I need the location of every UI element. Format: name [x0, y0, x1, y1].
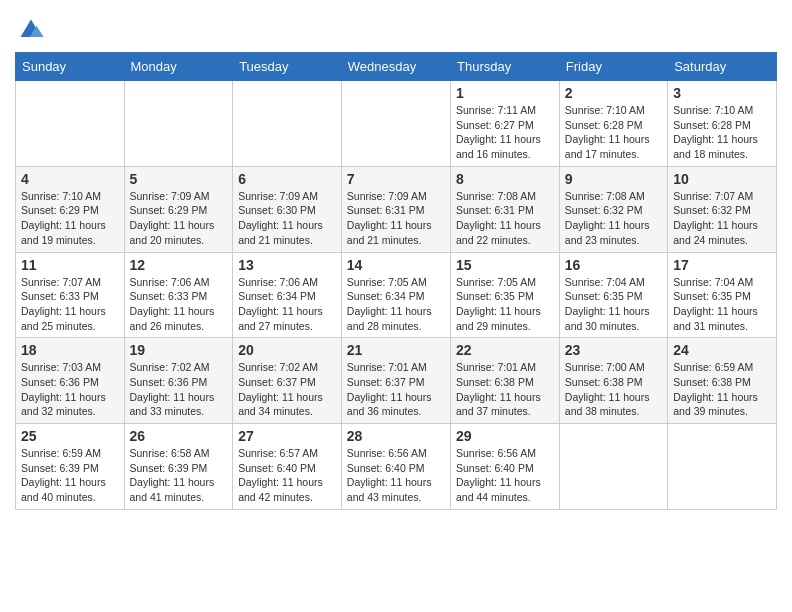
weekday-header-sunday: Sunday	[16, 53, 125, 81]
day-number: 14	[347, 257, 445, 273]
calendar-cell: 7Sunrise: 7:09 AMSunset: 6:31 PMDaylight…	[341, 166, 450, 252]
day-number: 28	[347, 428, 445, 444]
weekday-header-saturday: Saturday	[668, 53, 777, 81]
day-number: 16	[565, 257, 662, 273]
calendar-cell: 24Sunrise: 6:59 AMSunset: 6:38 PMDayligh…	[668, 338, 777, 424]
day-info: Sunrise: 7:04 AMSunset: 6:35 PMDaylight:…	[673, 275, 771, 334]
day-number: 22	[456, 342, 554, 358]
day-number: 4	[21, 171, 119, 187]
day-number: 11	[21, 257, 119, 273]
day-info: Sunrise: 7:09 AMSunset: 6:29 PMDaylight:…	[130, 189, 228, 248]
day-number: 3	[673, 85, 771, 101]
day-number: 1	[456, 85, 554, 101]
calendar-cell: 21Sunrise: 7:01 AMSunset: 6:37 PMDayligh…	[341, 338, 450, 424]
day-number: 25	[21, 428, 119, 444]
calendar-cell: 19Sunrise: 7:02 AMSunset: 6:36 PMDayligh…	[124, 338, 233, 424]
calendar-cell: 6Sunrise: 7:09 AMSunset: 6:30 PMDaylight…	[233, 166, 342, 252]
calendar-week-5: 25Sunrise: 6:59 AMSunset: 6:39 PMDayligh…	[16, 424, 777, 510]
day-info: Sunrise: 7:09 AMSunset: 6:30 PMDaylight:…	[238, 189, 336, 248]
calendar-cell	[124, 81, 233, 167]
day-info: Sunrise: 6:56 AMSunset: 6:40 PMDaylight:…	[456, 446, 554, 505]
day-info: Sunrise: 7:01 AMSunset: 6:38 PMDaylight:…	[456, 360, 554, 419]
calendar-cell: 29Sunrise: 6:56 AMSunset: 6:40 PMDayligh…	[451, 424, 560, 510]
day-number: 15	[456, 257, 554, 273]
calendar-cell: 3Sunrise: 7:10 AMSunset: 6:28 PMDaylight…	[668, 81, 777, 167]
day-number: 10	[673, 171, 771, 187]
day-number: 9	[565, 171, 662, 187]
calendar-cell: 11Sunrise: 7:07 AMSunset: 6:33 PMDayligh…	[16, 252, 125, 338]
day-number: 8	[456, 171, 554, 187]
day-info: Sunrise: 7:09 AMSunset: 6:31 PMDaylight:…	[347, 189, 445, 248]
calendar-week-4: 18Sunrise: 7:03 AMSunset: 6:36 PMDayligh…	[16, 338, 777, 424]
calendar-cell: 25Sunrise: 6:59 AMSunset: 6:39 PMDayligh…	[16, 424, 125, 510]
day-info: Sunrise: 7:03 AMSunset: 6:36 PMDaylight:…	[21, 360, 119, 419]
calendar-cell: 12Sunrise: 7:06 AMSunset: 6:33 PMDayligh…	[124, 252, 233, 338]
logo-icon	[17, 16, 45, 44]
calendar-cell: 22Sunrise: 7:01 AMSunset: 6:38 PMDayligh…	[451, 338, 560, 424]
calendar-week-3: 11Sunrise: 7:07 AMSunset: 6:33 PMDayligh…	[16, 252, 777, 338]
weekday-header-wednesday: Wednesday	[341, 53, 450, 81]
day-info: Sunrise: 7:05 AMSunset: 6:35 PMDaylight:…	[456, 275, 554, 334]
day-number: 23	[565, 342, 662, 358]
logo	[15, 16, 45, 44]
calendar-cell: 20Sunrise: 7:02 AMSunset: 6:37 PMDayligh…	[233, 338, 342, 424]
calendar-cell: 5Sunrise: 7:09 AMSunset: 6:29 PMDaylight…	[124, 166, 233, 252]
day-number: 18	[21, 342, 119, 358]
day-info: Sunrise: 7:02 AMSunset: 6:37 PMDaylight:…	[238, 360, 336, 419]
calendar-cell: 1Sunrise: 7:11 AMSunset: 6:27 PMDaylight…	[451, 81, 560, 167]
day-info: Sunrise: 7:02 AMSunset: 6:36 PMDaylight:…	[130, 360, 228, 419]
calendar-table: SundayMondayTuesdayWednesdayThursdayFrid…	[15, 52, 777, 510]
day-info: Sunrise: 7:01 AMSunset: 6:37 PMDaylight:…	[347, 360, 445, 419]
day-info: Sunrise: 7:06 AMSunset: 6:34 PMDaylight:…	[238, 275, 336, 334]
calendar-week-1: 1Sunrise: 7:11 AMSunset: 6:27 PMDaylight…	[16, 81, 777, 167]
calendar-cell	[668, 424, 777, 510]
day-number: 20	[238, 342, 336, 358]
day-info: Sunrise: 7:08 AMSunset: 6:31 PMDaylight:…	[456, 189, 554, 248]
calendar-cell	[16, 81, 125, 167]
day-info: Sunrise: 7:05 AMSunset: 6:34 PMDaylight:…	[347, 275, 445, 334]
calendar-cell	[233, 81, 342, 167]
calendar-cell: 8Sunrise: 7:08 AMSunset: 6:31 PMDaylight…	[451, 166, 560, 252]
page-header	[15, 10, 777, 44]
day-number: 26	[130, 428, 228, 444]
weekday-header-friday: Friday	[559, 53, 667, 81]
calendar-cell: 13Sunrise: 7:06 AMSunset: 6:34 PMDayligh…	[233, 252, 342, 338]
calendar-cell: 2Sunrise: 7:10 AMSunset: 6:28 PMDaylight…	[559, 81, 667, 167]
calendar-cell: 23Sunrise: 7:00 AMSunset: 6:38 PMDayligh…	[559, 338, 667, 424]
day-number: 2	[565, 85, 662, 101]
day-number: 17	[673, 257, 771, 273]
weekday-header-monday: Monday	[124, 53, 233, 81]
day-number: 24	[673, 342, 771, 358]
day-number: 29	[456, 428, 554, 444]
calendar-cell: 9Sunrise: 7:08 AMSunset: 6:32 PMDaylight…	[559, 166, 667, 252]
calendar-cell: 10Sunrise: 7:07 AMSunset: 6:32 PMDayligh…	[668, 166, 777, 252]
day-info: Sunrise: 7:00 AMSunset: 6:38 PMDaylight:…	[565, 360, 662, 419]
calendar-cell: 27Sunrise: 6:57 AMSunset: 6:40 PMDayligh…	[233, 424, 342, 510]
day-number: 13	[238, 257, 336, 273]
calendar-week-2: 4Sunrise: 7:10 AMSunset: 6:29 PMDaylight…	[16, 166, 777, 252]
calendar-cell	[341, 81, 450, 167]
calendar-cell: 15Sunrise: 7:05 AMSunset: 6:35 PMDayligh…	[451, 252, 560, 338]
day-info: Sunrise: 7:10 AMSunset: 6:28 PMDaylight:…	[673, 103, 771, 162]
day-info: Sunrise: 6:59 AMSunset: 6:39 PMDaylight:…	[21, 446, 119, 505]
day-number: 7	[347, 171, 445, 187]
day-info: Sunrise: 6:58 AMSunset: 6:39 PMDaylight:…	[130, 446, 228, 505]
calendar-cell: 26Sunrise: 6:58 AMSunset: 6:39 PMDayligh…	[124, 424, 233, 510]
day-info: Sunrise: 6:57 AMSunset: 6:40 PMDaylight:…	[238, 446, 336, 505]
weekday-header-row: SundayMondayTuesdayWednesdayThursdayFrid…	[16, 53, 777, 81]
day-number: 27	[238, 428, 336, 444]
calendar-cell: 14Sunrise: 7:05 AMSunset: 6:34 PMDayligh…	[341, 252, 450, 338]
day-number: 19	[130, 342, 228, 358]
day-number: 6	[238, 171, 336, 187]
day-info: Sunrise: 7:10 AMSunset: 6:29 PMDaylight:…	[21, 189, 119, 248]
weekday-header-thursday: Thursday	[451, 53, 560, 81]
day-info: Sunrise: 7:04 AMSunset: 6:35 PMDaylight:…	[565, 275, 662, 334]
calendar-cell: 18Sunrise: 7:03 AMSunset: 6:36 PMDayligh…	[16, 338, 125, 424]
calendar-cell: 4Sunrise: 7:10 AMSunset: 6:29 PMDaylight…	[16, 166, 125, 252]
day-number: 21	[347, 342, 445, 358]
day-info: Sunrise: 7:07 AMSunset: 6:32 PMDaylight:…	[673, 189, 771, 248]
calendar-cell: 17Sunrise: 7:04 AMSunset: 6:35 PMDayligh…	[668, 252, 777, 338]
day-info: Sunrise: 7:10 AMSunset: 6:28 PMDaylight:…	[565, 103, 662, 162]
day-number: 5	[130, 171, 228, 187]
day-number: 12	[130, 257, 228, 273]
